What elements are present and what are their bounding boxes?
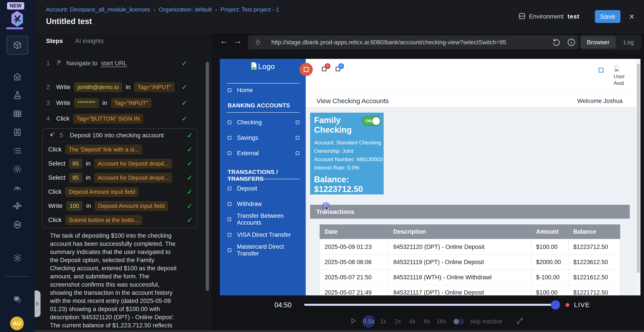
step-row[interactable]: 4ClickTag="BUTTON" SIGN IN✓ [34,113,210,124]
bank-nav-item-external[interactable]: External [220,147,306,159]
tab-log[interactable]: Log [617,36,640,49]
bank-nav-item-savings[interactable]: Savings [220,132,306,144]
tab-browser[interactable]: Browser [581,36,616,49]
environment-value[interactable]: test [568,13,580,20]
reload-icon[interactable] [552,38,561,48]
step-row[interactable]: Write100inDeposit Amount input field✓ [42,200,197,212]
notification-icon-2[interactable]: 0 [336,67,340,72]
info-icon[interactable] [567,38,576,48]
step-target-badge[interactable]: Submit button at the botto... [65,215,142,225]
transactions-section-header[interactable]: Transactions [310,205,630,219]
sidebar-item-help-chat[interactable]: ? [11,293,24,306]
page-scrollbar-track[interactable] [636,59,640,295]
nav-item-right-icon[interactable] [296,121,299,124]
save-button[interactable]: Save [595,10,620,23]
bottom-scrollbar[interactable] [34,330,644,332]
bank-logo[interactable]: Logo [251,62,275,71]
playback-progress-bar[interactable] [304,304,560,306]
step-row[interactable]: ClickThe 'Deposit' link with a si...✓ [42,144,197,155]
notification-icon-1[interactable]: 0 [322,67,326,72]
step-target-badge[interactable]: Tag="INPUT" [111,98,152,108]
menu-toggle-button[interactable] [300,63,313,76]
notifications-icon[interactable] [599,68,604,73]
speed-option-1x[interactable]: 1x [377,318,390,325]
tab-steps[interactable]: Steps [46,38,63,45]
sidebar-item-settings[interactable] [11,162,24,176]
step-row[interactable]: ClickDeposit Amount input field✓ [42,186,197,198]
speed-option-16x[interactable]: 16x [435,318,448,325]
fullscreen-icon[interactable] [516,317,524,325]
step-value-badge[interactable]: 95 [69,159,82,169]
column-header-balance[interactable]: Balance [568,225,620,239]
step-row[interactable]: 1Navigate tostart URL✓ [34,58,210,69]
page-scrollbar-thumb[interactable] [637,64,640,273]
sidebar-item-blocks[interactable] [11,199,24,213]
speed-option-4x[interactable]: 4x [406,318,418,325]
breadcrumb-item[interactable]: Account: Devspace_all_module_licenses [46,6,150,13]
sidebar-item-package[interactable] [6,36,28,55]
steps-scrollbar[interactable] [206,62,209,291]
step-target-badge[interactable]: The 'Deposit' link with a si... [65,145,142,155]
step-row[interactable]: 2Writejsmith@demo.ioinTag="INPUT"✓ [34,82,210,93]
column-header-amount[interactable]: Amount [531,225,568,239]
back-icon[interactable]: ← [220,36,228,46]
url-bar[interactable]: http://stage.dbank.prod-apps.relicx.ai:8… [248,35,578,49]
user-avatar[interactable]: User Avat [614,65,631,86]
table-row[interactable]: 2025-05-07 21:49845321117 (DPT) - Online… [320,285,620,296]
step-value-badge[interactable]: jsmith@demo.io [74,82,122,92]
close-icon[interactable]: × [629,12,634,21]
speed-option-2x[interactable]: 2x [392,318,404,325]
column-header-date[interactable]: Date [320,225,388,239]
step-row[interactable]: ClickSubmit button at the botto...✓ [42,214,197,226]
nav-item-right-icon[interactable] [296,136,299,140]
column-header-description[interactable]: Description [388,225,531,239]
skip-inactive-toggle[interactable] [453,318,464,324]
step-value-badge[interactable]: 100 [66,201,82,211]
step-target-badge[interactable]: Account for Deposit dropd... [94,159,172,169]
avatar[interactable]: AU [10,316,24,330]
speed-option-8x[interactable]: 8x [421,318,433,325]
forward-icon[interactable]: → [234,36,242,46]
sidebar-item-settings[interactable] [11,251,24,264]
bank-nav-item-mastercard-direct-transfer[interactable]: Mastercard Direct Transfer [220,244,306,256]
nav-item-right-icon[interactable] [296,151,299,155]
account-toggle[interactable]: ON [362,116,381,126]
sidebar-item-list[interactable] [11,144,24,157]
sidebar-item-columns[interactable] [11,126,24,139]
step-target-badge[interactable]: Account for Deposit dropd... [94,173,172,183]
sidebar-item-support[interactable] [11,181,24,194]
bank-nav-item-home[interactable]: Home [220,84,306,96]
bank-nav-item-deposit[interactable]: Deposit [220,183,306,194]
step-target-badge[interactable]: Deposit Amount input field [94,201,168,211]
bank-nav-item-withdraw[interactable]: Withdraw [220,198,306,210]
account-card[interactable]: Family Checking ON Account: Standard Che… [310,113,384,194]
bank-nav-item-checking[interactable]: Checking [220,117,306,128]
sidebar-item-link[interactable] [11,218,24,231]
table-row[interactable]: 2025-05-09 01:23845321120 (DPT) - Online… [320,239,620,255]
app-logo-icon[interactable] [8,10,26,28]
table-row[interactable]: 2025-05-08 06:06845321119 (DPT) - Online… [320,255,620,270]
breadcrumb-item[interactable]: Project: Test project - 1 [221,6,279,13]
panel-collapse-handle[interactable] [34,290,40,317]
tab-ai-insights[interactable]: AI insights [75,38,104,45]
play-icon[interactable] [349,317,357,325]
step-row[interactable]: 3Write********inTag="INPUT"✓ [34,97,210,109]
bank-nav-item-visa-direct-transfer[interactable]: VISA Direct Transfer [220,229,306,240]
step-row[interactable]: Select95inAccount for Deposit dropd...✓ [42,158,197,169]
sidebar-item-table[interactable] [11,107,24,120]
step-value-badge[interactable]: ******** [74,98,99,108]
speed-option-0.5x[interactable]: 0.5x [362,315,375,327]
step-target-badge[interactable]: Tag="INPUT" [134,82,175,92]
step-target-badge[interactable]: Deposit Amount input field [65,187,139,197]
breadcrumb-item[interactable]: Organization: default [159,6,212,13]
step-link[interactable]: start URL [101,60,127,67]
step-target-badge[interactable]: Tag="BUTTON" SIGN IN [73,114,143,124]
table-row[interactable]: 2025-05-07 21:50845321118 (WTH) - Online… [320,270,620,285]
step-group-header[interactable]: 5Deposit 100 into checking account✓ [42,129,197,142]
playback-knob[interactable] [551,300,560,309]
sidebar-item-home[interactable] [11,70,24,83]
sidebar-item-flask[interactable] [11,89,24,102]
step-group[interactable]: 5Deposit 100 into checking account✓Click… [42,128,198,228]
step-value-badge[interactable]: 95 [69,173,82,183]
step-row[interactable]: Select95inAccount for Deposit dropd...✓ [42,172,197,183]
